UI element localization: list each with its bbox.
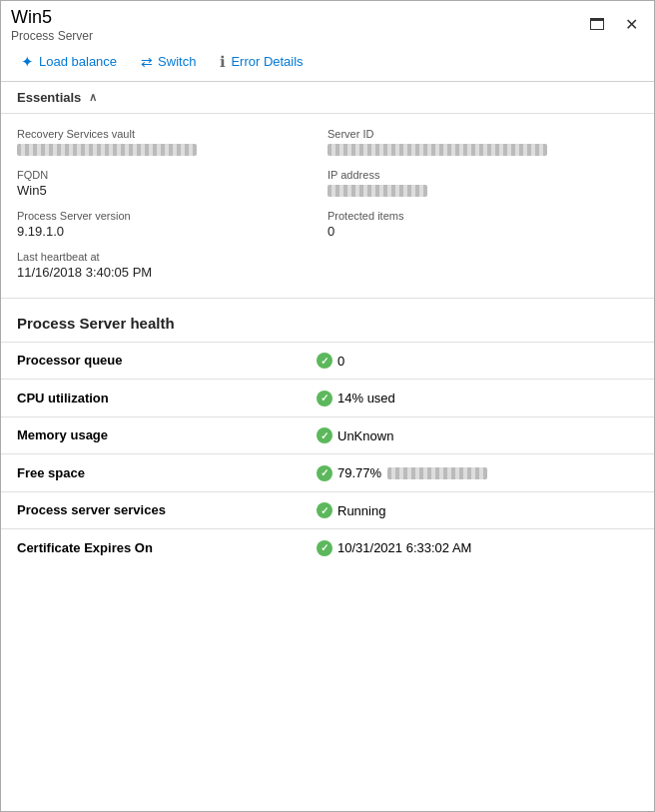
vault-label: Recovery Services vault — [17, 128, 328, 140]
switch-button[interactable]: ⇄ Switch — [131, 50, 206, 74]
essentials-item-server-id: Server ID — [328, 124, 638, 165]
essentials-chevron: ∧ — [89, 91, 97, 104]
vault-value — [17, 142, 328, 157]
check-icon: ✓ — [317, 465, 332, 481]
health-table: Processor queue ✓ 0 CPU utilization ✓ 14… — [1, 342, 654, 566]
status-ok: ✓ 79.77% — [317, 465, 487, 481]
load-balance-button[interactable]: ✦ Load balance — [11, 49, 127, 75]
table-row: Certificate Expires On ✓ 10/31/2021 6:33… — [1, 529, 654, 566]
app-subtitle: Process Server — [11, 29, 93, 43]
table-row: Memory usage ✓ UnKnown — [1, 416, 654, 454]
metric-label: CPU utilization — [1, 380, 301, 417]
table-row: CPU utilization ✓ 14% used — [1, 380, 654, 417]
table-row: Free space ✓ 79.77% — [1, 454, 654, 492]
fqdn-value: Win5 — [17, 183, 328, 198]
protected-label: Protected items — [328, 210, 638, 222]
app-title: Win5 — [11, 7, 93, 29]
status-ok: ✓ 10/31/2021 6:33:02 AM — [317, 540, 471, 556]
essentials-item-protected: Protected items 0 — [328, 206, 638, 247]
metric-label: Certificate Expires On — [1, 529, 301, 566]
check-icon: ✓ — [317, 391, 332, 406]
heartbeat-value: 11/16/2018 3:40:05 PM — [17, 265, 328, 280]
ip-label: IP address — [328, 169, 638, 181]
essentials-header[interactable]: Essentials ∧ — [1, 82, 654, 114]
metric-label: Processor queue — [1, 342, 301, 380]
status-ok: ✓ Running — [317, 502, 385, 518]
metric-label: Free space — [1, 454, 301, 492]
essentials-item-heartbeat: Last heartbeat at 11/16/2018 3:40:05 PM — [17, 247, 328, 288]
title-bar-controls: 🗖 ✕ — [583, 15, 644, 35]
status-ok: ✓ 0 — [317, 353, 344, 369]
version-value: 9.19.1.0 — [17, 224, 328, 239]
server-id-value — [328, 142, 638, 157]
table-row: Processor queue ✓ 0 — [1, 342, 654, 380]
error-details-label: Error Details — [231, 54, 303, 69]
table-row: Process server services ✓ Running — [1, 491, 654, 529]
close-button[interactable]: ✕ — [619, 15, 644, 35]
version-label: Process Server version — [17, 210, 328, 222]
load-balance-label: Load balance — [39, 54, 117, 69]
server-id-label: Server ID — [328, 128, 638, 140]
essentials-item-version: Process Server version 9.19.1.0 — [17, 206, 328, 247]
title-bar-left: Win5 Process Server — [11, 7, 93, 43]
free-space-redacted — [387, 467, 487, 479]
status-ok: ✓ 14% used — [317, 391, 395, 406]
metric-value: ✓ 14% used — [301, 380, 654, 417]
toolbar: ✦ Load balance ⇄ Switch ℹ Error Details — [1, 43, 654, 82]
fqdn-label: FQDN — [17, 169, 328, 181]
title-bar: Win5 Process Server 🗖 ✕ — [1, 1, 654, 43]
ip-value — [328, 183, 638, 198]
metric-value: ✓ 79.77% — [301, 454, 654, 492]
metric-label: Process server services — [1, 491, 301, 529]
check-icon: ✓ — [317, 502, 332, 518]
essentials-label: Essentials — [17, 90, 81, 105]
metric-label: Memory usage — [1, 416, 301, 454]
status-ok: ✓ UnKnown — [317, 427, 393, 443]
error-details-button[interactable]: ℹ Error Details — [210, 49, 313, 75]
check-icon: ✓ — [317, 540, 332, 556]
essentials-item-vault: Recovery Services vault — [17, 124, 328, 165]
metric-value: ✓ UnKnown — [301, 416, 654, 454]
check-icon: ✓ — [317, 353, 332, 369]
protected-value: 0 — [328, 224, 638, 239]
load-balance-icon: ✦ — [21, 53, 34, 71]
essentials-grid: Recovery Services vault Server ID FQDN W… — [1, 114, 654, 299]
error-details-icon: ℹ — [220, 53, 226, 71]
metric-value: ✓ 0 — [301, 342, 654, 380]
metric-value: ✓ Running — [301, 491, 654, 529]
switch-icon: ⇄ — [141, 54, 153, 70]
switch-label: Switch — [158, 54, 196, 69]
health-section-title: Process Server health — [1, 299, 654, 342]
metric-value: ✓ 10/31/2021 6:33:02 AM — [301, 529, 654, 566]
essentials-item-ip: IP address — [328, 165, 638, 206]
essentials-item-empty — [328, 247, 638, 288]
essentials-item-fqdn: FQDN Win5 — [17, 165, 328, 206]
minimize-button[interactable]: 🗖 — [583, 15, 611, 35]
check-icon: ✓ — [317, 427, 332, 443]
heartbeat-label: Last heartbeat at — [17, 251, 328, 263]
